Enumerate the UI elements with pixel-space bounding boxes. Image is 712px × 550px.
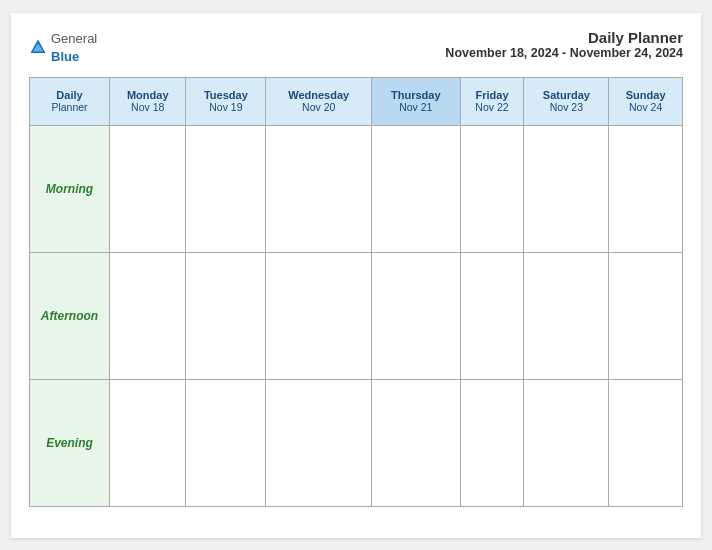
evening-friday[interactable] [460,379,524,506]
sunday-date: Nov 24 [613,101,678,113]
evening-monday[interactable] [110,379,186,506]
col-header-friday: Friday Nov 22 [460,77,524,125]
header-row: Daily Planner Monday Nov 18 Tuesday Nov … [30,77,683,125]
morning-sunday[interactable] [609,125,683,252]
col-header-thursday: Thursday Nov 21 [372,77,460,125]
afternoon-wednesday[interactable] [266,252,372,379]
col-label-top: Daily [34,89,105,101]
morning-thursday[interactable] [372,125,460,252]
morning-saturday[interactable] [524,125,609,252]
logo-area: General Blue [29,29,97,65]
col-header-sunday: Sunday Nov 24 [609,77,683,125]
logo-text: General Blue [51,29,97,65]
logo-general: General [51,31,97,46]
monday-date: Nov 18 [114,101,181,113]
evening-label-cell: Evening [30,379,110,506]
afternoon-monday[interactable] [110,252,186,379]
evening-sunday[interactable] [609,379,683,506]
col-header-tuesday: Tuesday Nov 19 [186,77,266,125]
thursday-date: Nov 21 [376,101,455,113]
morning-tuesday[interactable] [186,125,266,252]
afternoon-sunday[interactable] [609,252,683,379]
col-header-label: Daily Planner [30,77,110,125]
col-header-monday: Monday Nov 18 [110,77,186,125]
saturday-label: Saturday [528,89,604,101]
generalblue-logo-icon [29,38,47,56]
morning-friday[interactable] [460,125,524,252]
thursday-label: Thursday [376,89,455,101]
evening-tuesday[interactable] [186,379,266,506]
evening-row: Evening [30,379,683,506]
planner-table: Daily Planner Monday Nov 18 Tuesday Nov … [29,77,683,507]
afternoon-tuesday[interactable] [186,252,266,379]
evening-wednesday[interactable] [266,379,372,506]
title-area: Daily Planner November 18, 2024 - Novemb… [445,29,683,60]
tuesday-label: Tuesday [190,89,261,101]
header: General Blue Daily Planner November 18, … [29,29,683,65]
col-header-saturday: Saturday Nov 23 [524,77,609,125]
evening-saturday[interactable] [524,379,609,506]
col-label-bottom: Planner [34,101,105,113]
afternoon-label-cell: Afternoon [30,252,110,379]
morning-label-cell: Morning [30,125,110,252]
logo-blue: Blue [51,49,79,64]
planner-page: General Blue Daily Planner November 18, … [11,13,701,538]
morning-monday[interactable] [110,125,186,252]
wednesday-label: Wednesday [270,89,367,101]
afternoon-thursday[interactable] [372,252,460,379]
friday-date: Nov 22 [465,101,520,113]
morning-row: Morning [30,125,683,252]
tuesday-date: Nov 19 [190,101,261,113]
wednesday-date: Nov 20 [270,101,367,113]
saturday-date: Nov 23 [528,101,604,113]
col-header-wednesday: Wednesday Nov 20 [266,77,372,125]
afternoon-saturday[interactable] [524,252,609,379]
evening-thursday[interactable] [372,379,460,506]
afternoon-friday[interactable] [460,252,524,379]
planner-date-range: November 18, 2024 - November 24, 2024 [445,46,683,60]
sunday-label: Sunday [613,89,678,101]
monday-label: Monday [114,89,181,101]
friday-label: Friday [465,89,520,101]
morning-wednesday[interactable] [266,125,372,252]
afternoon-row: Afternoon [30,252,683,379]
planner-title: Daily Planner [445,29,683,46]
